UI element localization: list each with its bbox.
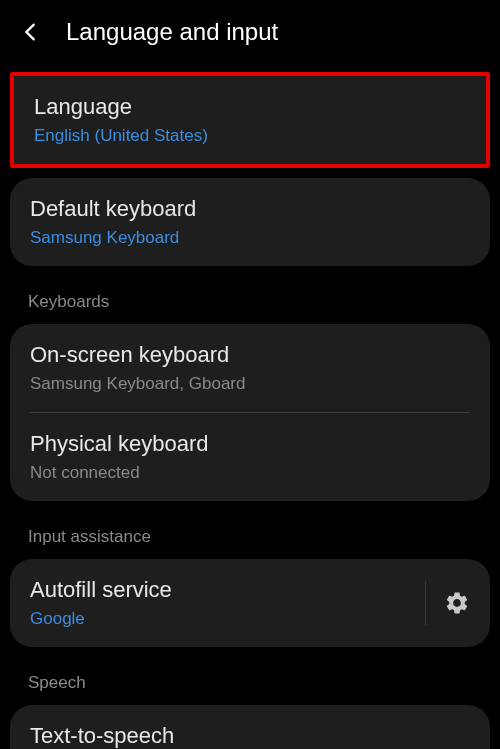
autofill-subtitle: Google: [30, 609, 407, 629]
physical-keyboard-item[interactable]: Physical keyboard Not connected: [10, 413, 490, 501]
section-keyboards: Keyboards: [0, 274, 500, 324]
tts-card[interactable]: Text-to-speech: [10, 705, 490, 749]
page-title: Language and input: [66, 18, 278, 46]
onscreen-keyboard-subtitle: Samsung Keyboard, Gboard: [30, 374, 470, 394]
gear-icon[interactable]: [444, 590, 470, 616]
onscreen-keyboard-item[interactable]: On-screen keyboard Samsung Keyboard, Gbo…: [10, 324, 490, 412]
keyboards-card: On-screen keyboard Samsung Keyboard, Gbo…: [10, 324, 490, 501]
physical-keyboard-subtitle: Not connected: [30, 463, 470, 483]
language-subtitle: English (United States): [34, 126, 466, 146]
language-item[interactable]: Language English (United States): [10, 72, 490, 168]
tts-title: Text-to-speech: [30, 723, 470, 749]
language-title: Language: [34, 94, 466, 120]
header: Language and input: [0, 0, 500, 64]
physical-keyboard-title: Physical keyboard: [30, 431, 470, 457]
divider-vertical: [425, 581, 426, 625]
section-input-assistance: Input assistance: [0, 509, 500, 559]
default-keyboard-item[interactable]: Default keyboard Samsung Keyboard: [10, 178, 490, 266]
default-keyboard-subtitle: Samsung Keyboard: [30, 228, 470, 248]
default-keyboard-title: Default keyboard: [30, 196, 470, 222]
autofill-title: Autofill service: [30, 577, 407, 603]
autofill-card: Autofill service Google: [10, 559, 490, 647]
autofill-item[interactable]: Autofill service Google: [30, 577, 407, 629]
section-speech: Speech: [0, 655, 500, 705]
back-icon[interactable]: [20, 21, 42, 43]
onscreen-keyboard-title: On-screen keyboard: [30, 342, 470, 368]
